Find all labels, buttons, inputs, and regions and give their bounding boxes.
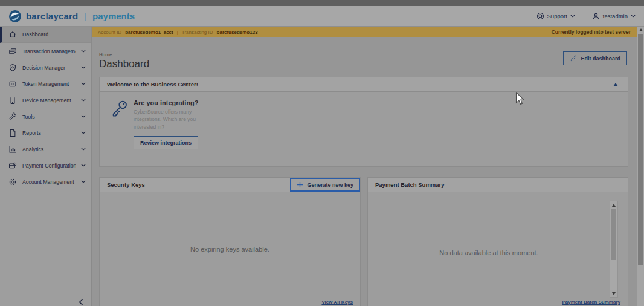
payment-batch-summary-panel: Payment Batch Summary No data available …: [367, 177, 628, 306]
integrating-copy: CyberSource offers many integrations. Wh…: [134, 108, 211, 131]
generate-new-key-button[interactable]: Generate new key: [290, 178, 360, 192]
security-keys-empty-message: No expiring keys available.: [100, 246, 360, 253]
app-header: barclaycard | payments Support testadmin: [0, 6, 644, 27]
collapse-up-icon[interactable]: [613, 83, 618, 86]
support-icon: [536, 12, 544, 20]
window-scroll-up-button[interactable]: [637, 28, 644, 31]
sidebar-item-tools[interactable]: Tools: [0, 108, 91, 125]
sidebar-item-label: Decision Manager: [22, 65, 76, 71]
user-icon: [592, 12, 600, 20]
chevron-down-icon: [570, 15, 575, 18]
transaction-card-icon: [8, 47, 17, 56]
bar-chart-icon: [8, 145, 17, 154]
main-content: Home Dashboard Edit dashboard Welcome to…: [92, 37, 637, 306]
test-server-status: Currently logged into test server: [552, 29, 631, 35]
payment-batch-summary-link[interactable]: Payment Batch Summary: [562, 299, 620, 305]
payment-batch-header: Payment Batch Summary: [368, 178, 628, 192]
breadcrumb[interactable]: Home: [99, 52, 112, 57]
transacting-id-value: barcfusedemo123: [217, 30, 258, 35]
page-title: Dashboard: [99, 58, 149, 70]
sidebar-item-analytics[interactable]: Analytics: [0, 141, 91, 157]
chevron-down-icon: [81, 66, 86, 69]
user-menu[interactable]: testadmin: [592, 12, 636, 20]
sidebar-item-label: Device Management: [22, 97, 76, 103]
sidebar-item-label: Token Management: [22, 81, 76, 87]
merchant-ids: Account ID barcfusedemo1_acct | Transact…: [98, 30, 258, 35]
review-integrations-button[interactable]: Review integrations: [134, 136, 198, 149]
chevron-down-icon: [81, 82, 86, 85]
edit-dashboard-button[interactable]: Edit dashboard: [563, 51, 627, 65]
payment-batch-title: Payment Batch Summary: [375, 181, 445, 188]
edit-dashboard-label: Edit dashboard: [581, 56, 620, 62]
welcome-text-block: Are you integrating? CyberSource offers …: [134, 99, 211, 149]
scroll-down-button[interactable]: [610, 290, 617, 297]
chevron-down-icon: [81, 131, 86, 134]
mobile-device-icon: [8, 96, 17, 105]
transacting-id-label: Transacting ID: [182, 30, 213, 35]
business-center-dashboard-screen: barclaycard | payments Support testadmin…: [0, 0, 644, 306]
security-keys-header: Security Keys Generate new key: [100, 178, 360, 192]
triangle-down-icon: [612, 292, 616, 295]
support-menu[interactable]: Support: [536, 12, 575, 20]
barclaycard-swirl-icon: [8, 10, 22, 23]
account-id-label: Account ID: [98, 30, 121, 35]
sidebar-item-label: Dashboard: [22, 31, 86, 37]
sidebar-item-dashboard[interactable]: Dashboard: [0, 27, 91, 43]
sidebar-item-decision-manager[interactable]: Decision Manager: [0, 59, 91, 76]
integrating-heading: Are you integrating?: [134, 99, 211, 106]
security-keys-panel: Security Keys Generate new key No expiri…: [99, 177, 361, 306]
token-icon: [8, 80, 17, 88]
merchant-context-bar: Account ID barcfusedemo1_acct | Transact…: [92, 27, 637, 37]
key-icon: [111, 99, 129, 149]
plus-icon: [297, 181, 303, 188]
wrench-icon: [8, 112, 17, 121]
barclaycard-payments-logo: barclaycard | payments: [8, 10, 135, 23]
sidebar-item-label: Account Management: [22, 179, 76, 185]
chevron-down-icon: [81, 180, 86, 183]
chevron-down-icon: [81, 164, 86, 167]
chevron-down-icon: [81, 50, 86, 53]
header-actions: Support testadmin: [536, 12, 636, 20]
sidebar-item-label: Reports: [22, 130, 76, 136]
sidebar-collapse-icon[interactable]: [78, 299, 84, 305]
home-icon: [8, 30, 17, 39]
sidebar-item-label: Analytics: [22, 146, 76, 152]
sidebar-nav: DashboardTransaction ManagementDecision …: [0, 27, 92, 306]
panel-scrollbar[interactable]: [610, 201, 618, 298]
account-id-value: barcfusedemo1_acct: [125, 30, 173, 35]
payment-config-icon: [8, 161, 17, 170]
welcome-panel-body: Are you integrating? CyberSource offers …: [100, 92, 628, 149]
chevron-down-icon: [81, 99, 86, 102]
context-divider: |: [177, 30, 178, 35]
welcome-panel-header: Welcome to the Business Center!: [100, 77, 628, 92]
gear-icon: [8, 178, 17, 186]
sidebar-item-account-management[interactable]: Account Management: [0, 174, 91, 190]
scrollbar-thumb[interactable]: [611, 209, 616, 260]
security-keys-title: Security Keys: [107, 181, 145, 188]
sidebar-item-transaction-management[interactable]: Transaction Management: [0, 43, 91, 59]
document-icon: [8, 129, 17, 137]
generate-new-key-label: Generate new key: [307, 182, 353, 188]
chevron-down-icon: [81, 115, 86, 118]
logo-divider: |: [84, 11, 86, 21]
window-scrollbar-thumb[interactable]: [638, 34, 643, 265]
payment-batch-empty-message: No data available at this moment.: [368, 249, 610, 256]
pencil-icon: [570, 55, 577, 62]
welcome-panel: Welcome to the Business Center! Are you …: [99, 77, 628, 167]
sidebar-items: DashboardTransaction ManagementDecision …: [0, 27, 91, 190]
sidebar-item-payment-configuration[interactable]: Payment Configuration: [0, 157, 91, 174]
brand-name: barclaycard: [26, 11, 78, 21]
chevron-down-icon: [81, 148, 86, 151]
sidebar-item-label: Transaction Management: [22, 48, 76, 54]
sidebar-item-token-management[interactable]: Token Management: [0, 76, 91, 92]
welcome-panel-title: Welcome to the Business Center!: [107, 81, 198, 88]
view-all-keys-link[interactable]: View All Keys: [321, 299, 353, 305]
product-name: payments: [92, 11, 135, 21]
sidebar-item-device-management[interactable]: Device Management: [0, 92, 91, 108]
scroll-up-button[interactable]: [610, 201, 617, 209]
support-label: Support: [547, 13, 567, 19]
chevron-down-icon: [631, 15, 636, 18]
window-scrollbar[interactable]: [637, 27, 644, 306]
sidebar-item-label: Payment Configuration: [22, 163, 76, 169]
sidebar-item-reports[interactable]: Reports: [0, 125, 91, 141]
